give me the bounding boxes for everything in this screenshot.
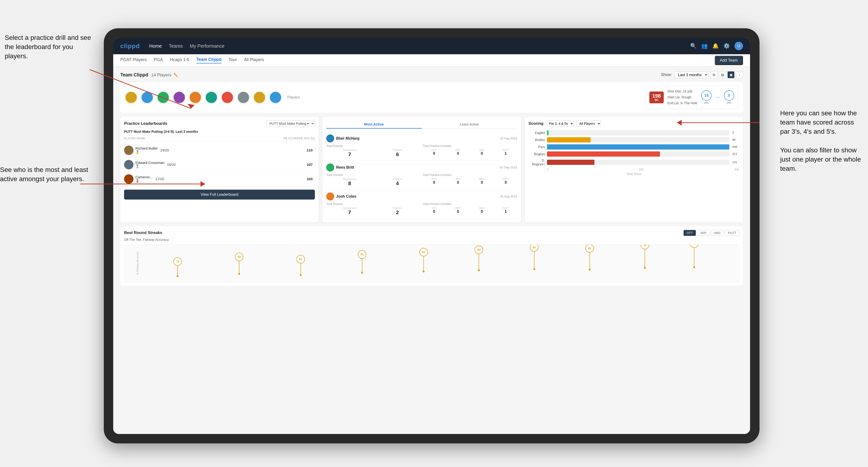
drill-select[interactable]: PUTT Must Make Putting ▾ (266, 120, 315, 127)
navbar: clippd Home Teams My Performance 🔍 👥 🔔 ⚙… (113, 38, 750, 54)
nav-teams[interactable]: Teams (169, 43, 183, 49)
player-avatar-5[interactable] (189, 91, 202, 103)
player-avatar-8[interactable] (237, 91, 250, 103)
subnav-team[interactable]: Team Clippd (196, 57, 221, 63)
lb-avatar-1 (124, 146, 133, 155)
lb-player-2: Edward Crossman 🥈 (124, 160, 164, 169)
bar-fill-bogeys (547, 151, 660, 157)
lb-avatar-3 (124, 174, 133, 184)
view-full-button[interactable]: View Full Leaderboard (124, 190, 315, 199)
activity-avatar-1 (326, 134, 334, 143)
list-view-icon[interactable]: ▤ (719, 71, 726, 78)
subnav-pgat[interactable]: PGAT Players (120, 57, 147, 63)
bell-icon[interactable]: 🔔 (712, 43, 719, 49)
subnav-pga[interactable]: PGA (154, 57, 163, 63)
streak-point-10: 3x (690, 244, 699, 268)
streak-point-1: 7x (173, 257, 182, 277)
activity-stats-2: Total Rounds Tournament 8 Practice 4 (326, 173, 517, 187)
activity-header-3: Josh Coles 26 Aug 2023 (326, 192, 517, 200)
bar-chart: Eagles 3 Birdies 96 (529, 130, 739, 166)
subnav-tour[interactable]: Tour (228, 57, 237, 63)
putt-stat-2: PUTT 0 (494, 178, 517, 185)
player-filter[interactable]: All Players (576, 120, 601, 127)
filter-app[interactable]: APP (697, 230, 710, 236)
nav-home[interactable]: Home (149, 43, 162, 49)
show-select[interactable]: Last 3 months Last month Last 6 months L… (674, 71, 708, 78)
settings-icon[interactable]: ⚙️ (723, 43, 730, 49)
bar-track-dbogeys (547, 160, 729, 165)
rounds-col-2: Total Rounds Tournament 8 Practice 4 (326, 173, 421, 187)
activities-sub-3: OTT 0 APP 0 ARG 0 (423, 207, 517, 214)
putt-stat-3: PUTT 1 (494, 207, 517, 214)
activity-stats-1: Total Rounds Tournament 7 Practice 6 (326, 144, 517, 158)
shot-details: Shot Dist: 16 yds Start Lie: Rough End L… (668, 88, 698, 106)
edit-icon[interactable]: ✏️ (174, 73, 178, 77)
ott-stat-3: OTT 0 (423, 207, 445, 214)
streak-point-3: 6x (297, 255, 305, 276)
sort-icon[interactable]: ↕ (736, 71, 743, 78)
team-header: Team Clippd 14 Players ✏️ Show: Last 3 m… (120, 71, 743, 78)
grid-view-icon[interactable]: ⊞ (710, 71, 717, 78)
app-stat-2: APP 0 (446, 178, 469, 185)
tab-most-active[interactable]: Most Active (326, 120, 422, 129)
streak-point-8: 4x (585, 244, 594, 271)
player-avatar-1[interactable] (125, 91, 137, 103)
player-avatar-4[interactable] (173, 91, 185, 103)
par-filter[interactable]: Par 3, 4 & 5s (546, 120, 574, 127)
player-avatar-7[interactable] (221, 91, 234, 103)
activity-row-3: Josh Coles 26 Aug 2023 Total Rounds Tour… (326, 190, 517, 219)
practice-leaderboard-card: Practice Leaderboards PUTT Must Make Put… (120, 117, 319, 222)
lb-row-1: Richard Butler 🥇 19/20 110 (124, 143, 315, 158)
filter-putt[interactable]: PUTT (725, 230, 739, 236)
activity-stats-3: Total Rounds Tournament 7 Practice 2 (326, 203, 517, 216)
tournament-stat-2: Tournament 8 (326, 178, 373, 187)
yard-circle-left: 16 (701, 90, 712, 101)
streak-point-5: 5x (420, 248, 428, 272)
rounds-sub-3: Tournament 7 Practice 2 (326, 207, 421, 216)
leaderboard-header: Practice Leaderboards PUTT Must Make Put… (124, 120, 315, 127)
players-row: Players 198 SC Shot Dist: 16 yds Start L… (120, 82, 743, 113)
nav-performance[interactable]: My Performance (190, 43, 224, 49)
player-avatar-9[interactable] (253, 91, 266, 103)
card-view-icon[interactable]: ▣ (727, 71, 735, 78)
tablet-screen: clippd Home Teams My Performance 🔍 👥 🔔 ⚙… (113, 38, 750, 434)
bar-track-eagles (547, 130, 729, 135)
user-avatar[interactable]: U (735, 42, 743, 50)
rounds-col-3: Total Rounds Tournament 7 Practice 2 (326, 203, 421, 216)
people-icon[interactable]: 👥 (701, 43, 708, 49)
rounds-sub-1: Tournament 7 Practice 6 (326, 149, 421, 158)
activity-header-1: Blair McHarg 26 Aug 2023 (326, 134, 517, 143)
lb-row-3: Cameron... 🥉 17/20 103 (124, 172, 315, 186)
scoring-title: Scoring (529, 121, 544, 126)
player-avatar-6[interactable] (205, 91, 217, 103)
search-icon[interactable]: 🔍 (690, 43, 696, 49)
subnav-hcaps[interactable]: Hcaps 1-5 (170, 57, 189, 63)
subnav: PGAT Players PGA Hcaps 1-5 Team Clippd T… (113, 54, 750, 66)
nav-links: Home Teams My Performance (149, 43, 224, 49)
filter-arg[interactable]: ARG (711, 230, 724, 236)
streaks-section: Best Round Streaks OTT APP ARG PUTT Off … (120, 226, 743, 286)
tournament-stat-3: Tournament 7 (326, 207, 373, 216)
three-columns: Practice Leaderboards PUTT Must Make Put… (120, 117, 743, 222)
filter-ott[interactable]: OTT (684, 230, 696, 236)
tab-bar: Most Active Least Active (326, 120, 517, 129)
tab-least-active[interactable]: Least Active (422, 120, 517, 129)
player-avatar-3[interactable] (157, 91, 169, 103)
lb-avatar-2 (124, 160, 133, 169)
bar-fill-dbogeys (547, 160, 594, 165)
app-stat-3: APP 0 (446, 207, 469, 214)
y-axis-label: % Fairway Accuracy (136, 251, 139, 275)
player-avatar-10[interactable] (269, 91, 282, 103)
annotation-top-left: Select a practice drill and seethe leade… (5, 33, 94, 61)
practice-stat-2: Practice 4 (374, 178, 421, 187)
bar-dbogeys: D. Bogeys+ 131 (529, 158, 739, 166)
bar-track-pars (547, 144, 729, 150)
activities-col-1: Total Practice Activities OTT 0 APP 0 (423, 144, 517, 158)
streak-point-9: 3x (641, 244, 649, 269)
add-team-button[interactable]: Add Team (715, 56, 743, 65)
arg-stat-3: ARG 0 (470, 207, 493, 214)
yard-circle-right: 0 (724, 90, 734, 101)
player-avatar-2[interactable] (141, 91, 153, 103)
total-shots-label: Total Shots (529, 172, 739, 176)
subnav-all[interactable]: All Players (244, 57, 264, 63)
